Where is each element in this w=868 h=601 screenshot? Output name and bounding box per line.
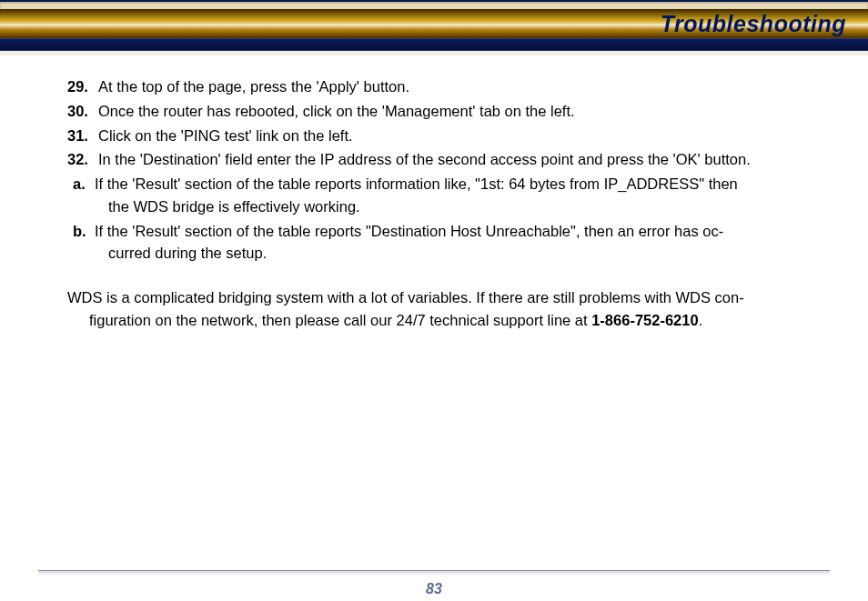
- step-text: Click on the 'PING test' link on the lef…: [98, 127, 353, 144]
- step-number: 31.: [67, 125, 88, 147]
- substep-a: a. If the 'Result' section of the table …: [73, 173, 848, 218]
- page-number: 83: [0, 581, 868, 601]
- step-number: 32.: [67, 148, 88, 171]
- substep-letter: a.: [73, 173, 86, 195]
- step-text: Once the router has rebooted, click on t…: [98, 103, 575, 119]
- step-30: 30. Once the router has rebooted, click …: [67, 100, 848, 123]
- page-title: Troubleshooting: [661, 11, 846, 37]
- step-29: 29. At the top of the page, press the 'A…: [67, 75, 848, 98]
- substep-line2: curred during the setup.: [108, 245, 267, 261]
- numbered-list: 29. At the top of the page, press the 'A…: [67, 75, 848, 171]
- substep-line2: the WDS bridge is effectively working.: [108, 198, 360, 215]
- paragraph-line2: figuration on the network, then please c…: [89, 309, 848, 332]
- closing-paragraph: WDS is a complicated bridging system wit…: [67, 286, 848, 332]
- substep-b: b. If the 'Result' section of the table …: [73, 220, 848, 265]
- paragraph-line1: WDS is a complicated bridging system wit…: [67, 286, 848, 309]
- step-31: 31. Click on the 'PING test' link on the…: [67, 125, 848, 147]
- step-text: At the top of the page, press the 'Apply…: [98, 78, 409, 95]
- band-gradient: Troubleshooting: [0, 9, 868, 38]
- substep-letter: b.: [73, 220, 86, 243]
- step-number: 29.: [67, 75, 88, 98]
- page-header-band: Troubleshooting: [0, 0, 868, 55]
- paragraph-line2-c: .: [699, 312, 703, 328]
- band-bottom-light: [0, 51, 868, 55]
- sub-list: a. If the 'Result' section of the table …: [73, 173, 848, 265]
- band-blue: [0, 38, 868, 51]
- paragraph-line2-a: figuration on the network, then please c…: [89, 312, 591, 328]
- step-32: 32. In the 'Destination' field enter the…: [67, 148, 848, 171]
- substep-line1: If the 'Result' section of the table rep…: [95, 223, 723, 239]
- footer-rule: [38, 570, 830, 576]
- step-number: 30.: [67, 100, 88, 123]
- step-text: In the 'Destination' field enter the IP …: [98, 151, 751, 167]
- substep-line1: If the 'Result' section of the table rep…: [95, 175, 738, 192]
- content-area: 29. At the top of the page, press the 'A…: [0, 55, 868, 332]
- band-cream: [0, 2, 868, 9]
- support-phone: 1-866-752-6210: [591, 312, 698, 328]
- page-footer: 83: [0, 570, 868, 601]
